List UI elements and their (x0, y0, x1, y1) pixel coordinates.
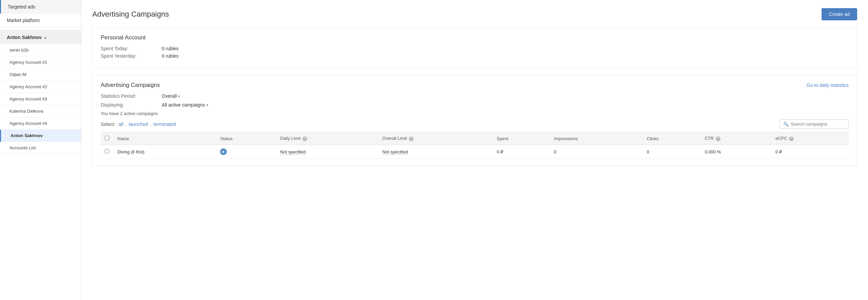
sidebar-sub-item-anton-sakhnov[interactable]: Anton Sakhnov (0, 130, 81, 142)
spent-today-row: Spent Today: 0 rubles (101, 46, 849, 51)
sidebar-sub-item-senin-b2b[interactable]: senin b2b (0, 44, 81, 56)
overall-limit-help-icon[interactable]: ? (409, 136, 414, 141)
select-search-row: Select: all , launched , terminated 🔍 (101, 119, 849, 129)
search-box: 🔍 (780, 119, 849, 129)
sidebar-item-targeted-ads[interactable]: Targeted ads (0, 0, 81, 14)
col-overall-limit: Overall Limit ? (378, 132, 493, 145)
active-campaigns-notice: You have 2 active campaigns (101, 111, 849, 116)
select-label: Select: (101, 121, 115, 127)
row-overall-limit-cell: Not specified (378, 145, 493, 159)
ecpc-help-icon[interactable]: ? (789, 136, 794, 141)
main-content: Advertising Campaigns Create ad Personal… (81, 0, 868, 300)
campaigns-header: Advertising Campaigns Go to daily statis… (101, 82, 849, 89)
select-sep-1: , (125, 121, 127, 127)
col-impressions: Impressions (550, 132, 643, 145)
row-checkbox[interactable] (105, 149, 109, 153)
sidebar-top-section: Targeted ads Market platform (0, 0, 81, 27)
sidebar-sub-item-agency-1[interactable]: Agency Account #1 (0, 56, 81, 69)
sidebar-account-name: Anton Sakhnov (7, 35, 42, 40)
sidebar-sub-item-katerina[interactable]: Katerina Detkova (0, 105, 81, 117)
displaying-caret: ▾ (206, 103, 208, 107)
personal-account-section: Personal Account Spent Today: 0 rubles S… (92, 27, 857, 68)
col-ecpc: eCPC ? (771, 132, 849, 145)
col-checkbox (101, 132, 113, 145)
campaign-overall-limit[interactable]: Not specified (382, 149, 408, 155)
displaying-row: Displaying: All active campaigns ▾ (101, 102, 849, 108)
displaying-value: All active campaigns (162, 102, 205, 108)
select-terminated-link[interactable]: terminated (153, 121, 176, 127)
row-ctr-cell: 0.000 % (701, 145, 771, 159)
spent-yesterday-value: 0 rubles (162, 53, 179, 59)
sidebar-sub-item-accounts-list[interactable]: Accounts List (0, 142, 81, 154)
row-clicks-cell: 0 (643, 145, 701, 159)
advertising-campaigns-section: Advertising Campaigns Go to daily statis… (92, 75, 857, 166)
statistics-period-row: Statistics Period: Overall ▾ (101, 93, 849, 99)
sidebar: Targeted ads Market platform Anton Sakhn… (0, 0, 81, 300)
sidebar-account-header[interactable]: Anton Sakhnov ▲ (0, 31, 81, 44)
col-name: Name (113, 132, 216, 145)
select-all-link[interactable]: all (119, 121, 123, 127)
statistics-period-dropdown[interactable]: Overall ▾ (162, 93, 180, 99)
statistics-period-label: Statistics Period: (101, 93, 155, 99)
ctr-help-icon[interactable]: ? (716, 136, 721, 141)
sidebar-item-market-platform[interactable]: Market platform (0, 14, 81, 27)
col-status: Status (216, 132, 276, 145)
row-status-cell: ▶ (216, 145, 276, 159)
row-ecpc-cell: 0 ₽ (771, 145, 849, 159)
row-name-cell: Diving (8 first) (113, 145, 216, 159)
displaying-dropdown[interactable]: All active campaigns ▾ (162, 102, 208, 108)
row-checkbox-cell (101, 145, 113, 159)
table-header-row: Name Status Daily Limit ? Overall Limit … (101, 132, 849, 145)
select-launched-link[interactable]: launched (129, 121, 148, 127)
page-title: Advertising Campaigns (92, 10, 169, 19)
sidebar-account-section: Anton Sakhnov ▲ senin b2b Agency Account… (0, 30, 81, 154)
col-spent: Spent (493, 132, 550, 145)
spent-today-value: 0 rubles (162, 46, 179, 51)
col-clicks: Clicks (643, 132, 701, 145)
campaign-play-button[interactable]: ▶ (220, 148, 227, 155)
select-all-checkbox[interactable] (105, 136, 109, 140)
main-header: Advertising Campaigns Create ad (92, 8, 857, 20)
col-daily-limit: Daily Limit ? (276, 132, 378, 145)
sidebar-sub-item-ofis-m[interactable]: Офис-М (0, 69, 81, 81)
spent-yesterday-label: Spent Yesterday: (101, 53, 162, 59)
personal-account-title: Personal Account (101, 34, 849, 41)
displaying-label: Displaying: (101, 102, 155, 108)
statistics-period-value: Overall (162, 93, 177, 99)
sidebar-sub-item-agency-3[interactable]: Agency Account #3 (0, 93, 81, 105)
select-options: Select: all , launched , terminated (101, 121, 176, 127)
go-to-stats-link[interactable]: Go to daily statistics (807, 82, 849, 88)
row-impressions-cell: 0 (550, 145, 643, 159)
campaign-name-link[interactable]: Diving (8 first) (117, 149, 144, 154)
campaign-daily-limit[interactable]: Not specified (280, 149, 305, 155)
sidebar-account-arrow: ▲ (44, 36, 47, 39)
sidebar-sub-item-agency-2[interactable]: Agency Account #2 (0, 81, 81, 93)
campaigns-title: Advertising Campaigns (101, 82, 160, 89)
sidebar-sub-item-agency-4[interactable]: Agency Account #4 (0, 117, 81, 130)
row-daily-limit-cell: Not specified (276, 145, 378, 159)
select-sep-2: , (150, 121, 152, 127)
daily-limit-help-icon[interactable]: ? (302, 136, 307, 141)
statistics-period-caret: ▾ (178, 94, 180, 98)
spent-yesterday-row: Spent Yesterday: 0 rubles (101, 53, 849, 59)
search-input[interactable] (791, 121, 845, 127)
create-ad-button[interactable]: Create ad (822, 8, 857, 20)
spent-today-label: Spent Today: (101, 46, 162, 51)
search-icon: 🔍 (783, 121, 789, 127)
table-row: Diving (8 first) ▶ Not specified Not spe… (101, 145, 849, 159)
col-ctr: CTR ? (701, 132, 771, 145)
row-spent-cell: 0 ₽ (493, 145, 550, 159)
campaigns-table: Name Status Daily Limit ? Overall Limit … (101, 132, 849, 159)
